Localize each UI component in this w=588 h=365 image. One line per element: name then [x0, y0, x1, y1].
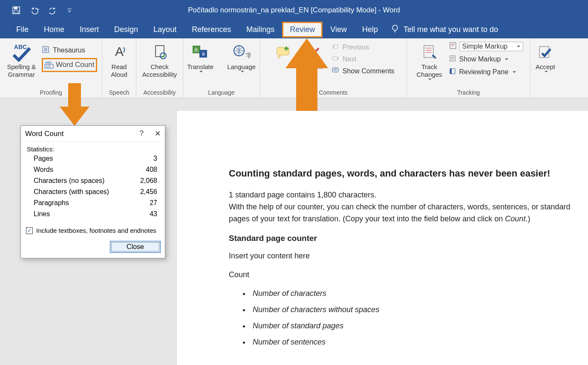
accept-icon: [537, 42, 554, 63]
reviewing-pane-icon: [449, 67, 457, 77]
check-abc-icon: ABC: [10, 42, 32, 63]
stat-lines-label: Lines: [28, 209, 133, 219]
svg-text:あ: あ: [194, 46, 199, 52]
stat-words-value: 408: [134, 165, 159, 175]
language-label: Language: [227, 63, 256, 71]
svg-text:A: A: [115, 44, 123, 58]
proofing-group-label: Proofing: [40, 89, 62, 97]
stat-paragraphs-label: Paragraphs: [28, 198, 133, 208]
word-count-icon: ABC123: [44, 59, 54, 70]
previous-comment-icon: [331, 43, 340, 52]
show-comments-icon: [331, 67, 340, 76]
list-item: Number of standard pages: [250, 320, 578, 332]
svg-text:ABC: ABC: [45, 61, 52, 64]
doc-insert: Insert your content here: [229, 250, 578, 262]
menu-design[interactable]: Design: [107, 22, 146, 38]
document-area: Word Count ? ✕ Statistics: Pages 3 Words…: [0, 98, 588, 365]
reviewing-pane-label: Reviewing Pane: [459, 68, 509, 76]
markup-mode-icon: [449, 42, 457, 51]
menu-layout[interactable]: Layout: [146, 22, 184, 38]
word-count-button[interactable]: ABC123 Word Count: [42, 58, 97, 72]
accept-button[interactable]: Accept: [533, 41, 558, 73]
svg-point-11: [160, 53, 166, 59]
previous-comment-label: Previous: [343, 43, 369, 51]
language-icon: 字: [232, 42, 251, 63]
dialog-close-icon[interactable]: ✕: [155, 129, 161, 138]
titlebar: Počítadlo normostrán_na preklad_EN [Comp…: [0, 0, 588, 20]
read-aloud-icon: A: [111, 42, 128, 63]
thesaurus-button[interactable]: Thesaurus: [42, 45, 85, 55]
next-comment-icon: [331, 55, 340, 64]
svg-text:a: a: [202, 51, 205, 57]
lightbulb-icon: [391, 24, 399, 35]
language-button[interactable]: 字 Language: [225, 41, 258, 73]
accessibility-group-label: Accessibility: [143, 89, 176, 97]
doc-p1a: 1 standard page contains 1,800 character…: [229, 191, 376, 199]
doc-count: Count: [229, 269, 578, 281]
stat-chars-nospace-value: 2,068: [134, 176, 159, 186]
spelling-grammar-button[interactable]: ABC Spelling & Grammar: [5, 41, 39, 79]
include-textboxes-checkbox[interactable]: ✓: [26, 227, 33, 234]
stat-words-label: Words: [28, 165, 133, 175]
accessibility-icon: [151, 42, 168, 63]
menu-help[interactable]: Help: [355, 22, 386, 38]
speech-group-label: Speech: [109, 89, 129, 97]
reviewing-pane-button[interactable]: Reviewing Pane: [449, 67, 516, 77]
svg-rect-20: [332, 57, 337, 60]
menu-file[interactable]: File: [9, 22, 36, 38]
include-textboxes-label: Include textboxes, footnotes and endnote…: [36, 227, 156, 234]
list-item: Number of characters: [250, 288, 578, 300]
list-item: Number of sentences: [250, 336, 578, 348]
svg-rect-26: [450, 69, 452, 74]
menu-mailings[interactable]: Mailings: [239, 22, 282, 38]
next-comment-button[interactable]: Next: [331, 55, 357, 64]
show-comments-label: Show Comments: [343, 67, 395, 75]
doc-heading: Counting standard pages, words, and char…: [229, 166, 578, 181]
menu-review[interactable]: Review: [282, 22, 323, 38]
window-title: Počítadlo normostrán_na preklad_EN [Comp…: [0, 6, 588, 14]
tell-me[interactable]: Tell me what you want to do: [391, 24, 498, 35]
doc-list: Number of characters Number of character…: [250, 288, 578, 348]
markup-mode-value: Simple Markup: [462, 43, 508, 50]
stat-pages-label: Pages: [28, 154, 133, 164]
tell-me-label: Tell me what you want to do: [404, 25, 498, 34]
menu-view[interactable]: View: [323, 22, 355, 38]
language-group-label: Language: [208, 89, 234, 97]
stat-pages-value: 3: [134, 154, 159, 164]
svg-text:字: 字: [246, 52, 251, 59]
svg-text:123: 123: [46, 65, 51, 68]
dialog-close-button[interactable]: Close: [110, 241, 161, 253]
previous-comment-button[interactable]: Previous: [331, 43, 369, 52]
doc-p1b-count: Count: [505, 214, 525, 223]
read-aloud-button[interactable]: A Read Aloud: [108, 41, 130, 79]
statistics-table: Pages 3 Words 408 Characters (no spaces)…: [27, 153, 159, 220]
menu-references[interactable]: References: [184, 22, 239, 38]
stat-chars-space-label: Characters (with spaces): [28, 187, 133, 197]
track-changes-button[interactable]: Track Changes: [414, 41, 444, 81]
menu-home[interactable]: Home: [36, 22, 72, 38]
track-changes-icon: [421, 42, 438, 63]
tracking-group-label: Tracking: [457, 89, 480, 97]
document-page[interactable]: Counting standard pages, words, and char…: [177, 111, 588, 365]
dialog-title: Word Count: [25, 130, 63, 138]
svg-rect-22: [424, 46, 433, 58]
show-comments-button[interactable]: Show Comments: [331, 67, 395, 76]
stat-chars-nospace-label: Characters (no spaces): [28, 176, 133, 186]
check-accessibility-button[interactable]: Check Accessibility: [140, 41, 180, 79]
markup-mode-select[interactable]: Simple Markup: [449, 42, 523, 51]
translate-icon: あa: [191, 42, 210, 63]
svg-rect-21: [332, 68, 338, 72]
stat-chars-space-value: 2,456: [134, 187, 159, 197]
dialog-help-icon[interactable]: ?: [140, 129, 144, 138]
menu-insert[interactable]: Insert: [72, 22, 107, 38]
translate-button[interactable]: あa Translate: [184, 41, 216, 73]
accept-label: Accept: [536, 63, 555, 71]
svg-point-3: [392, 25, 398, 30]
word-count-dialog: Word Count ? ✕ Statistics: Pages 3 Words…: [20, 125, 165, 258]
list-item: Number of characters without spaces: [250, 304, 578, 316]
next-comment-label: Next: [343, 55, 357, 63]
show-markup-icon: [449, 55, 457, 64]
stat-lines-value: 43: [134, 209, 159, 219]
thesaurus-icon: [42, 45, 50, 55]
show-markup-button[interactable]: Show Markup: [449, 55, 509, 64]
